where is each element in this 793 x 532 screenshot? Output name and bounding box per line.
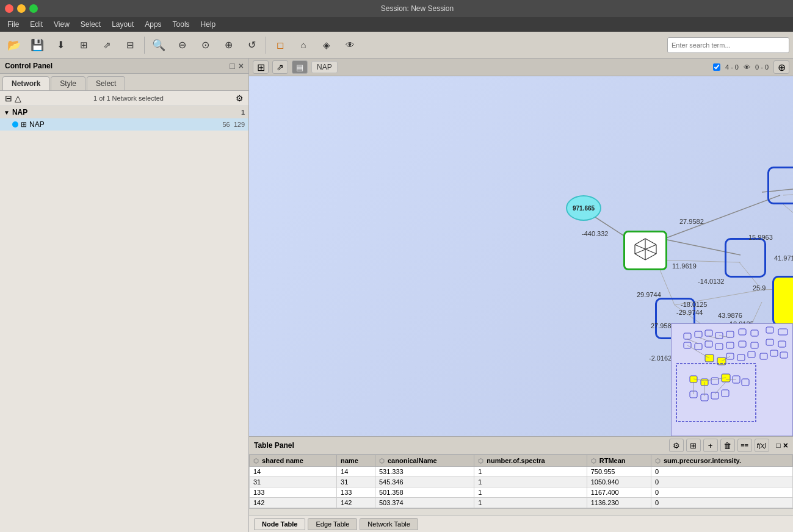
view-options-btn[interactable]: ⊕ xyxy=(773,60,789,74)
view-stats: 4 - 0 👁 0 - 0 ⊕ xyxy=(713,60,789,74)
network-tab-label[interactable]: NAP xyxy=(311,61,338,73)
home-button[interactable]: ⌂ xyxy=(293,35,314,56)
col-sum-pi[interactable]: ⬡ sum.precursor.intensity. xyxy=(651,455,792,467)
tab-style[interactable]: Style xyxy=(51,76,85,90)
details-view-btn[interactable]: ▤ xyxy=(292,60,308,74)
table-scroll-area[interactable]: ⬡ shared name name ⬡ canonicalName xyxy=(249,455,793,508)
table-body: 1414531.3331750.95503131545.34611050.940… xyxy=(250,467,793,508)
table-cell: 133 xyxy=(337,487,375,498)
tab-network-table[interactable]: Network Table xyxy=(360,518,418,530)
import-button[interactable]: ⬇ xyxy=(50,35,71,56)
minimize-btn[interactable] xyxy=(17,4,26,13)
tab-select[interactable]: Select xyxy=(87,76,125,90)
network-canvas[interactable]: 971.665 xyxy=(249,76,793,436)
share-button[interactable]: ⇗ xyxy=(96,35,117,56)
edge-label-n14: -14.0132 xyxy=(698,278,724,285)
toolbar-separator-2 xyxy=(266,37,266,54)
open-button[interactable]: 📂 xyxy=(4,35,24,56)
table-cell: 531.333 xyxy=(375,467,474,477)
filter-button[interactable]: ◈ xyxy=(316,35,337,56)
network-item-nap[interactable]: ⊞ NAP 56 129 xyxy=(0,118,248,131)
table-cell: 0 xyxy=(651,467,792,477)
table-panel-title: Table Panel xyxy=(254,441,294,450)
col-canonical-name[interactable]: ⬡ canonicalName xyxy=(375,455,474,467)
tp-columns-btn[interactable]: ⊞ xyxy=(686,439,701,452)
close-btn[interactable] xyxy=(5,4,13,13)
tab-network[interactable]: Network xyxy=(2,76,49,90)
menu-file[interactable]: File xyxy=(2,19,24,30)
maximize-btn[interactable] xyxy=(29,4,38,13)
menu-layout[interactable]: Layout xyxy=(107,19,139,30)
search-input[interactable] xyxy=(667,37,789,53)
table-cell: 14 xyxy=(337,467,375,477)
eye-stat-icon: 👁 xyxy=(744,63,750,71)
collapse-all-icon[interactable]: ⊟ xyxy=(5,93,12,103)
zoom-out-button[interactable]: ⊖ xyxy=(172,35,192,56)
table-cell: 142 xyxy=(337,498,375,508)
select-mode-button[interactable]: ◻ xyxy=(270,35,291,56)
edge-label-439a: 43.9876 xyxy=(718,312,742,319)
main-area: Control Panel □ × Network Style Select ⊟… xyxy=(0,59,793,532)
table-cell: 1050.940 xyxy=(587,477,651,487)
col-shared-name[interactable]: ⬡ shared name xyxy=(250,455,337,467)
tp-function-btn[interactable]: f(x) xyxy=(755,439,769,452)
selection-checkbox[interactable] xyxy=(713,63,720,71)
expand-icon[interactable]: △ xyxy=(15,93,21,103)
zoom-in-button[interactable]: 🔍 xyxy=(148,35,169,56)
bottom-panel: Table Panel ⚙ ⊞ + 🗑 ≡≡ f(x) □ × xyxy=(249,436,793,532)
table-cell: 503.374 xyxy=(375,498,474,508)
settings-icon[interactable]: ⚙ xyxy=(236,93,244,103)
network-group-nap[interactable]: ▼ NAP 1 xyxy=(0,106,248,118)
share-view-btn[interactable]: ⇗ xyxy=(272,60,288,74)
menu-help[interactable]: Help xyxy=(196,19,221,30)
edge-label-440: -440.332 xyxy=(582,230,608,237)
tp-link-btn[interactable]: ≡≡ xyxy=(737,439,752,452)
table-panel-header: Table Panel ⚙ ⊞ + 🗑 ≡≡ f(x) □ × xyxy=(249,437,793,455)
control-panel-title: Control Panel xyxy=(5,62,53,70)
tp-settings-btn[interactable]: ⚙ xyxy=(669,439,684,452)
cp-close-btn[interactable]: × xyxy=(239,61,244,71)
tp-add-btn[interactable]: + xyxy=(703,439,718,452)
menu-tools[interactable]: Tools xyxy=(168,19,195,30)
edge-label-299: 29.9744 xyxy=(637,291,661,298)
node-yellow-1[interactable] xyxy=(772,276,793,326)
node-blue-1[interactable] xyxy=(725,238,766,278)
node-blue-2[interactable] xyxy=(767,167,793,204)
col-name[interactable]: name xyxy=(337,455,375,467)
refresh-button[interactable]: ↺ xyxy=(241,35,262,56)
network-group-name: NAP xyxy=(12,108,27,117)
table-button[interactable]: ⊟ xyxy=(120,35,140,56)
col-rt-mean[interactable]: ⬡ RTMean xyxy=(587,455,651,467)
table-footer: Node Table Edge Table Network Table xyxy=(249,516,793,532)
table-cell: 1 xyxy=(474,467,587,477)
menu-edit[interactable]: Edit xyxy=(25,19,48,30)
network-toolbar: ⊟ △ 1 of 1 Network selected ⚙ xyxy=(0,91,248,106)
table-cell: 750.955 xyxy=(587,467,651,477)
table-scrollbar[interactable] xyxy=(249,508,793,516)
tab-node-table[interactable]: Node Table xyxy=(254,518,305,530)
eye-button[interactable]: 👁 xyxy=(339,35,360,56)
save-button[interactable]: 💾 xyxy=(27,35,48,56)
menu-view[interactable]: View xyxy=(49,19,74,30)
grid-button[interactable]: ⊞ xyxy=(73,35,94,56)
tp-close-btn[interactable]: × xyxy=(783,440,788,450)
network-list: ▼ NAP 1 ⊞ NAP 56 129 xyxy=(0,106,248,532)
tab-edge-table[interactable]: Edge Table xyxy=(308,518,357,530)
grid-view-btn[interactable]: ⊞ xyxy=(253,60,269,74)
cp-maximize-btn[interactable]: □ xyxy=(230,61,234,71)
tp-delete-btn[interactable]: 🗑 xyxy=(720,439,735,452)
node-green[interactable] xyxy=(623,231,667,270)
table-cell: 1 xyxy=(474,487,587,498)
node-971665[interactable]: 971.665 xyxy=(566,195,601,221)
data-table: ⬡ shared name name ⬡ canonicalName xyxy=(249,455,793,508)
titlebar: Session: New Session xyxy=(0,0,793,17)
network-selection-info: 1 of 1 Network selected xyxy=(24,95,233,102)
svg-line-21 xyxy=(645,254,656,260)
table-cell: 501.358 xyxy=(375,487,474,498)
col-num-spectra[interactable]: ⬡ number.of.spectra xyxy=(474,455,587,467)
zoom-actual-button[interactable]: ⊕ xyxy=(218,35,239,56)
menu-select[interactable]: Select xyxy=(76,19,106,30)
menu-apps[interactable]: Apps xyxy=(140,19,166,30)
tp-maximize-btn[interactable]: □ xyxy=(777,441,781,450)
zoom-fit-button[interactable]: ⊙ xyxy=(195,35,215,56)
